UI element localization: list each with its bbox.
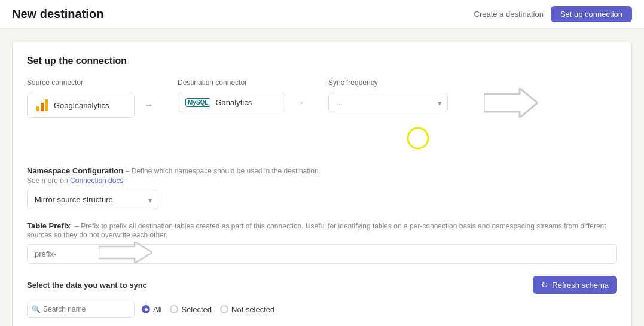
th-cursor-field: Cursor field: [564, 324, 617, 326]
filter-bar: 🔍 All Selected Not selected: [27, 301, 617, 318]
filter-options: All Selected Not selected: [142, 305, 274, 314]
cursor-annotation: [406, 126, 430, 152]
source-to-dest-arrow: →: [144, 100, 154, 111]
filter-selected-label: Selected: [181, 305, 212, 314]
namespace-title: Namespace Configuration: [27, 166, 123, 175]
search-icon: 🔍: [32, 305, 41, 313]
refresh-schema-label: Refresh schema: [552, 281, 609, 290]
filter-all-label: All: [153, 305, 161, 314]
source-connector-label: Source connector: [27, 78, 154, 87]
prefix-arrow-annotation: [99, 242, 152, 265]
table-prefix-title: Table Prefix: [27, 221, 71, 230]
namespace-sub: See more on Connection docs: [27, 176, 617, 185]
filter-all-option[interactable]: All: [142, 305, 161, 314]
filter-not-selected-label: Not selected: [231, 305, 274, 314]
setup-card: Set up the connection Source connector: [12, 41, 632, 326]
namespace-desc: Define which namespace should be used in…: [132, 167, 321, 175]
th-dest-namespace: Dest. namespace: [236, 324, 309, 326]
refresh-schema-button[interactable]: ↻ Refresh schema: [533, 276, 617, 294]
sync-frequency-label: Sync frequency: [328, 78, 448, 87]
destination-connector-name: Ganalytics: [215, 98, 277, 107]
sync-frequency-select[interactable]: ...: [328, 93, 448, 112]
sync-frequency-wrapper: ...: [328, 93, 448, 112]
step-create-destination[interactable]: Create a destination: [474, 10, 544, 19]
filter-all-radio: [142, 305, 150, 313]
main-content: Set up the connection Source connector: [0, 29, 644, 326]
annotation-arrow-area: [484, 88, 538, 120]
th-dest-stream: Dest. stream name: [309, 324, 404, 326]
search-input[interactable]: [27, 301, 135, 318]
source-connector-area: Googleanalytics →: [27, 93, 154, 118]
namespace-select[interactable]: Mirror source structure: [27, 190, 158, 209]
prefix-arrow-icon: [99, 242, 152, 263]
card-title: Set up the connection: [27, 56, 617, 66]
destination-connector-area: MySQL Ganalytics →: [178, 93, 304, 112]
svg-marker-2: [99, 242, 152, 263]
namespace-select-wrapper: Mirror source structure: [27, 190, 158, 209]
th-source-namespace: Source namespace: [156, 324, 236, 326]
step-setup-connection[interactable]: Set up connection: [551, 6, 632, 22]
header: New destination Create a destination Set…: [0, 0, 644, 29]
th-sync-mode: Sync mode: [404, 324, 511, 326]
table-prefix-desc: – Prefix to prefix all destination table…: [27, 222, 606, 239]
th-checkbox: ✓: [27, 324, 60, 326]
source-connector-group: Source connector Googleanalytics →: [27, 78, 154, 118]
annotation-arrow-icon: [484, 88, 538, 118]
th-primary-key: Primary key: [511, 324, 565, 326]
namespace-section: Namespace Configuration – Define which n…: [27, 166, 617, 209]
filter-selected-option[interactable]: Selected: [170, 305, 212, 314]
source-connector-name: Googleanalytics: [54, 101, 127, 110]
filter-selected-radio: [170, 305, 178, 313]
refresh-icon: ↻: [541, 280, 548, 290]
sync-frequency-group: Sync frequency ...: [328, 78, 448, 112]
dest-to-sync-arrow: →: [295, 98, 304, 108]
prefix-input-area: [27, 239, 617, 264]
steps-nav: Create a destination Set up connection: [474, 6, 632, 22]
destination-connector-box[interactable]: MySQL Ganalytics: [178, 93, 285, 112]
destination-connector-label: Destination connector: [178, 78, 304, 87]
search-wrapper: 🔍: [27, 301, 135, 318]
select-data-title: Select the data you want to sync: [27, 281, 147, 290]
th-source-stream: Source stream name: [60, 324, 156, 326]
svg-point-1: [408, 128, 428, 148]
streams-table: ✓ Source stream name Source namespace De…: [27, 324, 617, 326]
filter-not-selected-radio: [220, 305, 228, 313]
destination-connector-group: Destination connector MySQL Ganalytics →: [178, 78, 304, 112]
table-header-row: ✓ Source stream name Source namespace De…: [27, 324, 617, 326]
select-data-header: Select the data you want to sync ↻ Refre…: [27, 276, 617, 294]
page-title: New destination: [12, 7, 474, 21]
connection-docs-link[interactable]: Connection docs: [70, 176, 123, 185]
mysql-icon: MySQL: [185, 98, 210, 107]
connectors-row: Source connector Googleanalytics →: [27, 78, 617, 152]
cursor-circle-icon: [406, 126, 430, 150]
source-connector-box[interactable]: Googleanalytics: [27, 93, 135, 118]
filter-not-selected-option[interactable]: Not selected: [220, 305, 274, 314]
table-prefix-section: Table Prefix – Prefix to prefix all dest…: [27, 221, 617, 264]
svg-marker-0: [484, 88, 538, 118]
google-analytics-icon: [35, 98, 49, 112]
